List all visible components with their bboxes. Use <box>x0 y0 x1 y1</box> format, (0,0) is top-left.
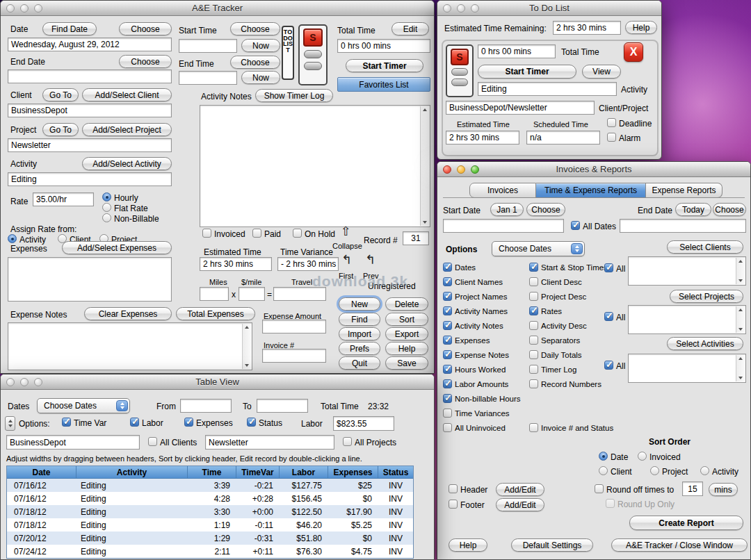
close-button[interactable] <box>6 378 15 386</box>
hourly-radio[interactable] <box>102 192 111 201</box>
scrollbar[interactable] <box>420 106 429 226</box>
date-field[interactable]: Wednesday, August 29, 2012 <box>8 38 172 51</box>
go-to-project-button[interactable]: Go To <box>42 123 79 136</box>
project-field[interactable]: Newsletter <box>8 138 172 152</box>
report-option-checkbox[interactable] <box>443 350 452 359</box>
new-button[interactable]: New <box>339 297 380 311</box>
report-option-checkbox[interactable] <box>529 277 538 286</box>
tab-time-expense-reports[interactable]: Time & Expense Reports <box>536 183 646 198</box>
timer-stop-button[interactable] <box>304 62 322 70</box>
zoom-button[interactable] <box>34 4 42 13</box>
round-minutes-field[interactable]: 15 <box>682 481 703 496</box>
sort-invoiced-radio[interactable] <box>638 452 647 461</box>
to-date-field[interactable] <box>257 399 308 413</box>
footer-add-edit-button[interactable]: Add/Edit <box>496 498 544 511</box>
report-option-checkbox[interactable] <box>529 365 538 374</box>
all-projects-checkbox[interactable] <box>604 312 613 321</box>
client-field[interactable]: BusinessDepot <box>8 104 172 117</box>
scrollbar[interactable] <box>736 306 745 333</box>
report-option-checkbox[interactable] <box>443 263 452 272</box>
start-time-field[interactable] <box>179 39 237 53</box>
start-timer-button[interactable]: Start Timer <box>346 59 423 72</box>
find-button[interactable]: Find <box>339 313 380 326</box>
record-number-field[interactable]: 31 <box>403 231 429 245</box>
activity-notes-area[interactable] <box>200 105 430 227</box>
export-button[interactable]: Export <box>385 327 428 340</box>
add-select-project-button[interactable]: Add/Select Project <box>82 123 172 136</box>
column-header-time[interactable]: Time <box>188 466 236 478</box>
report-option-checkbox[interactable] <box>443 277 452 286</box>
timer-pause-button[interactable] <box>451 68 468 76</box>
choose-dates-popup[interactable]: Choose Dates <box>37 398 130 413</box>
create-report-button[interactable]: Create Report <box>629 516 743 530</box>
add-select-client-button[interactable]: Add/Select Client <box>82 88 172 101</box>
column-header-activity[interactable]: Activity <box>76 466 188 478</box>
to-do-list-button[interactable]: TO DO LIST <box>282 26 294 80</box>
table-row[interactable]: 07/18/12 Editing 3:30 +0:00 $122.50 $17.… <box>7 505 413 518</box>
close-button[interactable] <box>443 4 451 13</box>
footer-checkbox[interactable] <box>449 500 458 509</box>
close-item-button[interactable]: X <box>624 42 643 62</box>
help-button[interactable]: Help <box>625 21 657 34</box>
expenses-checkbox[interactable] <box>184 418 193 427</box>
choose-start-time-button[interactable]: Choose <box>230 22 280 35</box>
report-option-checkbox[interactable] <box>529 292 538 301</box>
first-record-icon[interactable]: ↰ <box>341 254 352 266</box>
end-time-field[interactable] <box>179 71 237 85</box>
alarm-checkbox[interactable] <box>607 133 616 142</box>
options-stepper[interactable] <box>5 416 15 431</box>
sort-client-radio[interactable] <box>599 466 608 475</box>
scrollbar[interactable] <box>736 355 745 381</box>
help-button[interactable]: Help <box>385 342 428 355</box>
close-button[interactable] <box>443 165 451 174</box>
round-off-checkbox[interactable] <box>595 484 604 493</box>
column-header-expenses[interactable]: Expenses <box>328 466 378 478</box>
all-activities-checkbox[interactable] <box>604 361 613 370</box>
zoom-button[interactable] <box>471 4 479 13</box>
minimize-button[interactable] <box>457 165 465 174</box>
total-time-field[interactable]: 0 hrs 00 mins <box>478 44 556 58</box>
report-option-checkbox[interactable] <box>443 409 452 418</box>
select-activities-button[interactable]: Select Activities <box>667 337 743 350</box>
collapse-icon[interactable]: ⇧ <box>341 225 351 238</box>
todo-titlebar[interactable]: To Do List <box>437 1 661 16</box>
column-header-labor[interactable]: Labor <box>280 466 328 478</box>
timer-pause-button[interactable] <box>304 50 322 58</box>
add-select-expenses-button[interactable]: Add/Select Expenses <box>62 241 172 254</box>
save-button[interactable]: Save <box>385 356 428 370</box>
timer-stop-button[interactable] <box>451 79 468 86</box>
invoices-titlebar[interactable]: Invoices & Reports <box>437 162 750 177</box>
table-row[interactable]: 07/18/12 Editing 1:19 -0:11 $46.20 $5.25… <box>7 518 413 532</box>
invoiced-checkbox[interactable] <box>202 229 211 238</box>
report-option-checkbox[interactable] <box>443 379 452 388</box>
column-header-status[interactable]: Status <box>378 466 413 478</box>
clear-expenses-button[interactable]: Clear Expenses <box>84 307 172 320</box>
tab-expense-reports[interactable]: Expense Reports <box>646 183 722 198</box>
flat-rate-radio[interactable] <box>102 203 111 212</box>
timer-start-icon[interactable]: S <box>451 49 469 65</box>
choose-end-date-button[interactable]: Choose <box>119 55 172 68</box>
show-timer-log-button[interactable]: Show Timer Log <box>255 89 333 102</box>
tab-invoices[interactable]: Invoices <box>469 183 536 198</box>
end-date-field[interactable] <box>620 219 746 233</box>
choose-end-time-button[interactable]: Choose <box>230 56 280 69</box>
activity-field[interactable]: Editing <box>8 172 172 186</box>
time-variance-field[interactable]: - 2 hrs 30 mins <box>277 257 339 271</box>
non-billable-radio[interactable] <box>102 213 111 222</box>
expense-notes-area[interactable] <box>8 322 252 370</box>
report-option-checkbox[interactable] <box>443 292 452 301</box>
end-time-now-button[interactable]: Now <box>241 71 280 84</box>
choose-start-date-button[interactable]: Choose <box>526 203 565 216</box>
select-clients-button[interactable]: Select Clients <box>667 240 743 254</box>
activities-listbox[interactable] <box>628 354 746 383</box>
jan1-button[interactable]: Jan 1 <box>490 203 524 216</box>
tableview-titlebar[interactable]: Table View <box>1 374 434 390</box>
per-mile-field[interactable] <box>239 287 265 301</box>
header-checkbox[interactable] <box>449 484 458 493</box>
close-window-button[interactable]: A&E Tracker / Close Window <box>611 538 748 552</box>
sort-button[interactable]: Sort <box>385 313 428 326</box>
choose-end-date-button[interactable]: Choose <box>713 203 746 216</box>
quit-button[interactable]: Quit <box>339 356 380 370</box>
labor-total-field[interactable]: $823.55 <box>333 416 394 431</box>
report-option-checkbox[interactable] <box>529 350 538 359</box>
